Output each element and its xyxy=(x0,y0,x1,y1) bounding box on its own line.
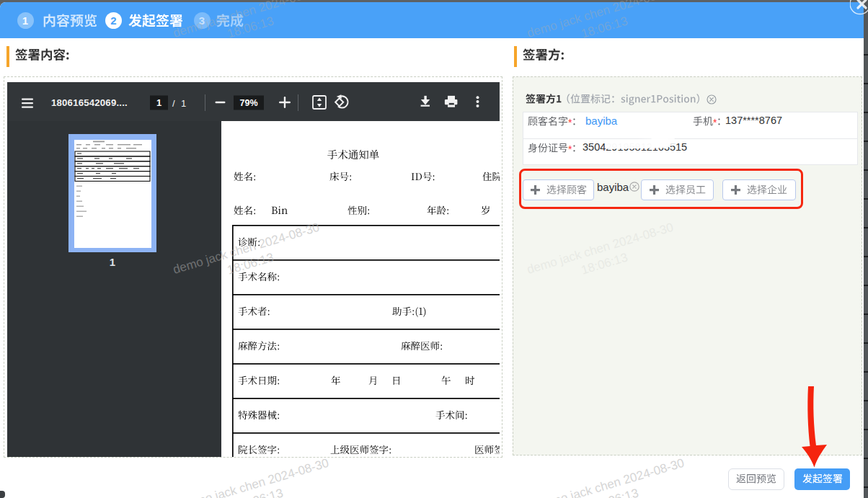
svg-text:79%: 79% xyxy=(239,98,257,108)
svg-text:/: / xyxy=(172,98,175,109)
svg-text:1: 1 xyxy=(181,98,186,109)
svg-text:1: 1 xyxy=(156,97,161,108)
svg-text:180616542069....: 180616542069.... xyxy=(51,97,128,108)
